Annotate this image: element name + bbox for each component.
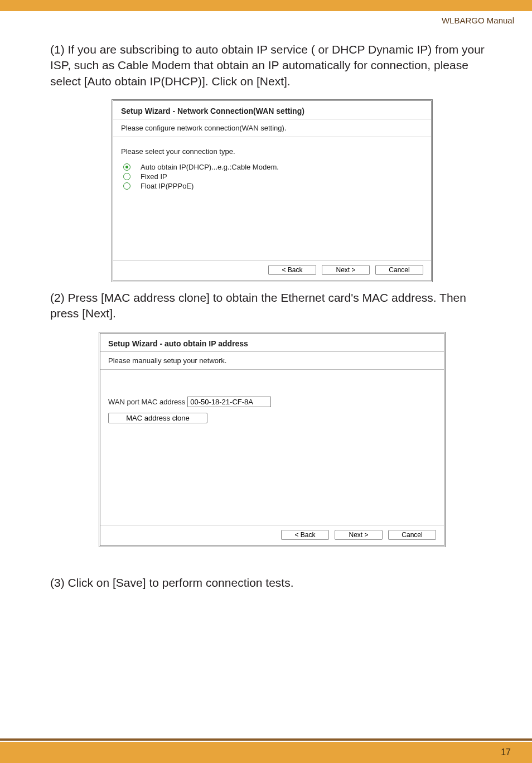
back-button[interactable]: < Back: [268, 265, 316, 275]
wizard1-prompt: Please select your connection type.: [121, 147, 423, 156]
back-button[interactable]: < Back: [281, 530, 329, 540]
mac-address-row: WAN port MAC address: [108, 397, 436, 407]
radio-icon: [123, 163, 130, 171]
radio-option-pppoe[interactable]: Float IP(PPPoE): [121, 181, 423, 191]
mac-address-clone-button[interactable]: MAC address clone: [108, 413, 207, 423]
paragraph-2: (2) Press [MAC address clone] to obtain …: [50, 290, 494, 322]
manual-header: WLBARGO Manual: [0, 11, 532, 25]
mac-address-label: WAN port MAC address: [108, 398, 185, 406]
next-button[interactable]: Next >: [335, 530, 383, 540]
wizard2-subtitle: Please manually setup your network.: [100, 352, 444, 370]
wizard2-footer: < Back Next > Cancel: [100, 525, 444, 545]
wizard2-title: Setup Wizard - auto obtain IP address: [100, 334, 444, 352]
footer-bars: 17: [0, 738, 532, 763]
wizard-auto-obtain-ip: Setup Wizard - auto obtain IP address Pl…: [99, 332, 446, 547]
wizard1-title: Setup Wizard - Network Connection(WAN se…: [113, 101, 431, 119]
radio-option-fixed-ip[interactable]: Fixed IP: [121, 172, 423, 181]
radio-option-dhcp[interactable]: Auto obtain IP(DHCP)...e.g.:Cable Modem.: [121, 162, 423, 172]
wizard2-body: WAN port MAC address MAC address clone: [100, 370, 444, 525]
wizard1-subtitle: Please configure network connection(WAN …: [113, 119, 431, 137]
top-accent-bar: [0, 0, 532, 11]
footer-accent-thick: 17: [0, 742, 532, 763]
wizard1-body: Please select your connection type. Auto…: [113, 137, 431, 260]
page-number: 17: [501, 747, 511, 757]
radio-icon: [123, 173, 130, 180]
page-content: (1) If you are subscribing to auto obtai…: [0, 25, 532, 591]
paragraph-3: (3) Click on [Save] to perform connectio…: [50, 575, 494, 591]
radio-label: Auto obtain IP(DHCP)...e.g.:Cable Modem.: [141, 163, 279, 171]
paragraph-1: (1) If you are subscribing to auto obtai…: [50, 42, 494, 89]
radio-icon: [123, 182, 130, 190]
wizard-wan-setting: Setup Wizard - Network Connection(WAN se…: [112, 99, 433, 282]
radio-label: Fixed IP: [141, 172, 167, 181]
wizard1-footer: < Back Next > Cancel: [113, 260, 431, 281]
cancel-button[interactable]: Cancel: [375, 265, 423, 275]
radio-label: Float IP(PPPoE): [141, 182, 194, 190]
cancel-button[interactable]: Cancel: [388, 530, 436, 540]
next-button[interactable]: Next >: [322, 265, 370, 275]
mac-address-input[interactable]: [187, 397, 271, 407]
